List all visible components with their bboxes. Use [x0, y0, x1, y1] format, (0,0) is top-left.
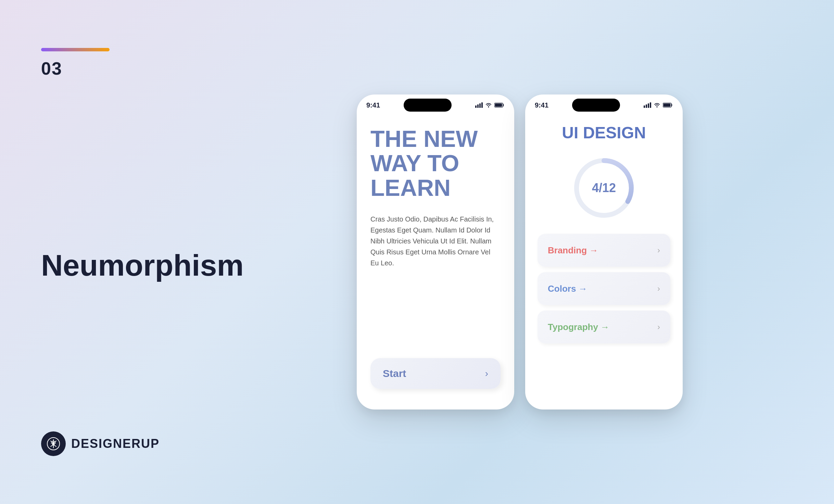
branding-label: Branding →: [548, 245, 598, 256]
progress-circle-container: 4/12: [538, 154, 670, 222]
dynamic-island-2: [572, 99, 620, 112]
phone-1-bottom: Start ›: [370, 358, 501, 410]
phones-area: 9:41: [226, 94, 813, 410]
dynamic-island-1: [404, 99, 452, 112]
svg-rect-5: [481, 102, 483, 108]
brand-footer: DESIGNERUP: [41, 431, 192, 456]
hero-title: THE NEW WAY TO LEARN: [370, 127, 501, 200]
main-title: Neumorphism: [41, 249, 192, 282]
menu-item-branding[interactable]: Branding → ›: [538, 234, 670, 267]
status-icons-2: [644, 102, 673, 108]
signal-icon: [475, 102, 483, 108]
wifi-icon: [485, 102, 492, 108]
colors-chevron-icon: ›: [657, 284, 660, 293]
svg-rect-9: [646, 104, 647, 108]
main-container: 03 Neumorphism DESIGNERUP 9:41: [0, 0, 834, 504]
typography-label: Typography →: [548, 322, 609, 332]
logo-circle: [41, 431, 66, 456]
phone-mockup-2: 9:41: [525, 94, 683, 410]
menu-items: Branding → › Colors → › Typography → ›: [538, 234, 670, 410]
svg-point-1: [52, 442, 55, 445]
chevron-right-icon: ›: [485, 368, 488, 379]
svg-rect-4: [479, 103, 481, 108]
logo-icon: [46, 436, 61, 451]
brand-name: DESIGNERUP: [71, 437, 160, 451]
wifi-icon-2: [653, 102, 661, 108]
status-time-1: 9:41: [366, 101, 380, 109]
menu-item-colors[interactable]: Colors → ›: [538, 272, 670, 305]
svg-rect-8: [644, 105, 645, 108]
svg-rect-3: [477, 104, 479, 108]
svg-rect-10: [648, 103, 649, 108]
gradient-bar-decoration: [41, 48, 110, 51]
status-bar-1: 9:41: [357, 94, 514, 113]
status-icons-1: [475, 102, 505, 108]
left-panel: 03 Neumorphism DESIGNERUP: [21, 21, 212, 483]
branding-chevron-icon: ›: [657, 245, 660, 255]
step-number: 03: [41, 58, 192, 79]
svg-rect-2: [475, 105, 477, 108]
ui-design-title: UI DESIGN: [538, 123, 670, 142]
status-time-2: 9:41: [535, 101, 548, 109]
battery-icon-2: [663, 102, 673, 108]
start-button[interactable]: Start ›: [370, 358, 501, 389]
progress-text: 4/12: [592, 181, 616, 195]
left-top: 03: [41, 48, 192, 79]
svg-rect-13: [664, 104, 671, 107]
menu-item-typography[interactable]: Typography → ›: [538, 311, 670, 343]
progress-circle: 4/12: [570, 154, 638, 222]
phone-2-content: UI DESIGN: [525, 113, 683, 410]
start-label: Start: [383, 368, 406, 379]
colors-label: Colors →: [548, 284, 587, 294]
status-bar-2: 9:41: [525, 94, 683, 113]
phone-1-content: THE NEW WAY TO LEARN Cras Justo Odio, Da…: [357, 113, 514, 410]
hero-body: Cras Justo Odio, Dapibus Ac Facilisis In…: [370, 214, 501, 268]
phone-1-top: THE NEW WAY TO LEARN Cras Justo Odio, Da…: [370, 127, 501, 358]
battery-icon: [494, 102, 505, 108]
typography-chevron-icon: ›: [657, 322, 660, 332]
svg-rect-7: [495, 104, 502, 107]
svg-rect-11: [650, 102, 651, 108]
signal-icon-2: [644, 102, 651, 108]
phone-mockup-1: 9:41: [357, 94, 514, 410]
